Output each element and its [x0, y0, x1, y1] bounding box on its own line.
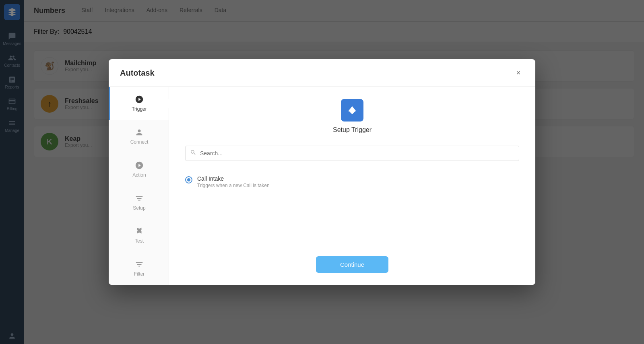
step-trigger[interactable]: Trigger — [109, 87, 169, 120]
panel-logo — [341, 99, 363, 122]
panel-subtitle: Setup Trigger — [333, 126, 372, 134]
modal-close-button[interactable]: × — [513, 67, 524, 78]
trigger-item-call-intake[interactable]: Call Intake Triggers when a new Call is … — [185, 171, 519, 193]
autotask-logo-icon — [346, 104, 358, 116]
continue-button[interactable]: Continue — [316, 256, 388, 273]
step-connect[interactable]: Connect — [109, 120, 169, 153]
step-test[interactable]: Test — [109, 219, 169, 252]
step-action-label: Action — [132, 172, 146, 178]
trigger-panel: Setup Trigger Call Intake — [169, 87, 535, 285]
step-connect-label: Connect — [130, 139, 149, 145]
modal-header: Autotask × — [109, 59, 535, 87]
trigger-icon — [135, 95, 144, 104]
modal-body: Trigger Connect Action — [109, 87, 535, 285]
action-icon — [135, 161, 144, 170]
search-container — [185, 146, 519, 161]
connect-icon — [135, 128, 144, 137]
trigger-name: Call Intake — [197, 175, 270, 182]
step-filter[interactable]: Filter — [109, 252, 169, 285]
radio-call-intake[interactable] — [185, 176, 192, 183]
test-icon — [135, 227, 144, 236]
setup-icon — [135, 194, 144, 203]
step-action[interactable]: Action — [109, 153, 169, 186]
search-icon — [190, 149, 196, 157]
step-filter-label: Filter — [134, 271, 145, 277]
filter-icon — [135, 260, 144, 269]
modal: Autotask × Trigger Connect — [109, 59, 535, 285]
step-chevron — [169, 99, 173, 108]
search-input[interactable] — [185, 146, 519, 161]
step-trigger-label: Trigger — [132, 106, 147, 112]
trigger-info: Call Intake Triggers when a new Call is … — [197, 175, 270, 188]
trigger-list: Call Intake Triggers when a new Call is … — [185, 171, 519, 236]
step-setup-label: Setup — [133, 205, 145, 211]
modal-title: Autotask — [120, 68, 155, 78]
trigger-description: Triggers when a new Call is taken — [197, 183, 270, 188]
panel-header: Setup Trigger — [185, 99, 519, 134]
steps-sidebar: Trigger Connect Action — [109, 87, 169, 285]
step-test-label: Test — [135, 238, 144, 244]
panel-footer: Continue — [185, 248, 519, 273]
step-setup[interactable]: Setup — [109, 186, 169, 219]
modal-overlay: Autotask × Trigger Connect — [0, 0, 644, 344]
